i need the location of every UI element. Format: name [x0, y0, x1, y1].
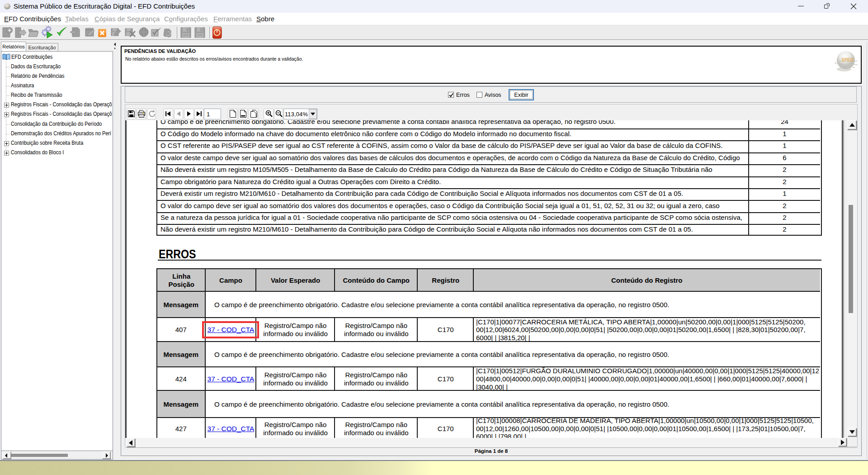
- svg-text:SPED: SPED: [841, 57, 854, 62]
